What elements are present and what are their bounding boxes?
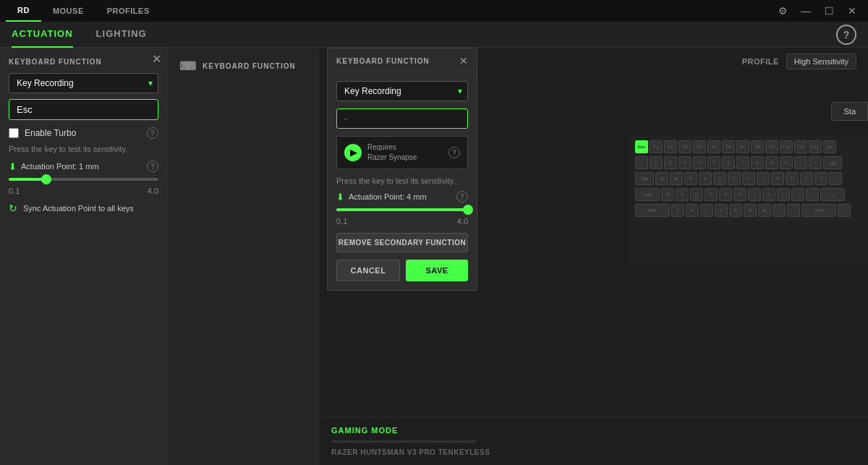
kb-key-8[interactable]: 8	[751, 156, 764, 169]
synapse-help-icon[interactable]: ?	[448, 147, 460, 158]
kb-key-n[interactable]: N	[744, 204, 757, 217]
kb-key-m[interactable]: M	[758, 204, 771, 217]
kb-key-i[interactable]: I	[757, 172, 770, 185]
kb-key-f12[interactable]: F12	[809, 140, 822, 153]
kb-key-backslash[interactable]: \	[829, 172, 842, 185]
kb-key-l[interactable]: L	[777, 188, 790, 201]
kb-key-o[interactable]: O	[771, 172, 784, 185]
kb-key-r[interactable]: R	[699, 172, 712, 185]
kb-key-backspace[interactable]: ⌫	[823, 156, 842, 169]
kb-key-w[interactable]: W	[670, 172, 683, 185]
minimize-button[interactable]: —	[796, 1, 816, 21]
kb-key-1[interactable]: 1	[650, 156, 663, 169]
kb-key-quote[interactable]: '	[806, 188, 819, 201]
left-panel-close[interactable]: ✕	[152, 54, 161, 65]
kb-key-tab[interactable]: Tab	[635, 172, 654, 185]
modal-actuation-help-icon[interactable]: ?	[456, 191, 468, 202]
kb-key-rbracket[interactable]: ]	[814, 172, 827, 185]
kb-key-j[interactable]: J	[748, 188, 761, 201]
tab-mouse[interactable]: MOUSE	[41, 0, 95, 22]
kb-key-f9[interactable]: F9	[765, 140, 778, 153]
kb-key-up[interactable]: ↑	[838, 204, 851, 217]
left-slider-labels: 0.1 4.0	[9, 187, 158, 195]
kb-key-comma[interactable]: ,	[773, 204, 786, 217]
kb-key-v[interactable]: V	[715, 204, 728, 217]
sta-button[interactable]: Sta	[831, 102, 868, 121]
kb-key-f[interactable]: F	[705, 188, 718, 201]
kb-key-equals[interactable]: =	[809, 156, 822, 169]
kb-key-f6[interactable]: F6	[722, 140, 735, 153]
left-function-dropdown[interactable]: Key Recording Macro Launch Program Multi…	[9, 73, 158, 93]
tab-profiles[interactable]: PROFILES	[95, 0, 161, 22]
kb-key-u[interactable]: U	[742, 172, 755, 185]
kb-key-z[interactable]: Z	[671, 204, 684, 217]
kb-key-a[interactable]: A	[661, 188, 674, 201]
nav-actuation[interactable]: ACTUATION	[12, 22, 73, 48]
middle-panel-header: ⌨ KEYBOARD FUNCTION	[179, 59, 308, 73]
kb-key-f5[interactable]: F5	[707, 140, 720, 153]
kb-key-del[interactable]: Del	[823, 140, 836, 153]
kb-key-c[interactable]: C	[700, 204, 713, 217]
kb-key-6[interactable]: 6	[722, 156, 735, 169]
modal-function-dropdown[interactable]: Key Recording Macro Launch Program Multi…	[336, 81, 468, 101]
kb-key-f8[interactable]: F8	[751, 140, 764, 153]
cancel-button[interactable]: CANCEL	[336, 260, 400, 281]
kb-key-5[interactable]: 5	[707, 156, 720, 169]
kb-key-esc[interactable]: Esc	[635, 140, 648, 153]
kb-key-7[interactable]: 7	[736, 156, 749, 169]
kb-key-f4[interactable]: F4	[693, 140, 706, 153]
left-key-input[interactable]	[9, 99, 158, 120]
kb-key-9[interactable]: 9	[765, 156, 778, 169]
kb-key-rshift[interactable]: Shift	[801, 204, 836, 217]
enable-turbo-checkbox[interactable]	[9, 128, 19, 138]
synapse-text: Requires Razer Synapse	[367, 142, 417, 163]
kb-key-enter[interactable]: ↵	[820, 188, 845, 201]
kb-key-e[interactable]: E	[684, 172, 697, 185]
left-slider-thumb[interactable]	[41, 174, 51, 184]
kb-key-s[interactable]: S	[676, 188, 689, 201]
kb-key-f2[interactable]: F2	[664, 140, 677, 153]
kb-key-p[interactable]: P	[786, 172, 799, 185]
kb-key-f10[interactable]: F10	[780, 140, 793, 153]
left-panel-title: KEYBOARD FUNCTION	[9, 58, 158, 66]
kb-key-period[interactable]: .	[787, 204, 800, 217]
kb-key-b[interactable]: B	[729, 204, 742, 217]
modal-slider-thumb[interactable]	[463, 205, 473, 215]
sync-row: ↻ Sync Actuation Point to all keys	[9, 202, 158, 214]
help-icon[interactable]: ?	[836, 25, 856, 45]
kb-key-caps[interactable]: Caps	[635, 188, 660, 201]
remove-secondary-button[interactable]: REMOVE SECONDARY FUNCTION	[336, 233, 468, 252]
settings-button[interactable]: ⚙	[773, 1, 793, 21]
kb-key-f11[interactable]: F11	[794, 140, 807, 153]
kb-key-semicolon[interactable]: ;	[791, 188, 804, 201]
modal-key-input[interactable]	[336, 108, 468, 129]
kb-key-f1[interactable]: F1	[650, 140, 663, 153]
kb-key-f7[interactable]: F7	[736, 140, 749, 153]
modal-close-button[interactable]: ✕	[459, 56, 468, 66]
kb-key-3[interactable]: 3	[678, 156, 692, 169]
kb-key-lbracket[interactable]: [	[800, 172, 813, 185]
kb-key-h[interactable]: H	[733, 188, 746, 201]
kb-key-0[interactable]: 0	[780, 156, 793, 169]
kb-key-x[interactable]: X	[686, 204, 699, 217]
kb-key-f3[interactable]: F3	[678, 140, 692, 153]
kb-key-t[interactable]: T	[713, 172, 726, 185]
kb-key-tilde[interactable]: ~	[635, 156, 648, 169]
save-button[interactable]: SAVE	[406, 260, 468, 281]
kb-key-y[interactable]: Y	[728, 172, 741, 185]
kb-key-4[interactable]: 4	[693, 156, 706, 169]
tab-rd[interactable]: RD	[6, 0, 41, 22]
kb-key-d[interactable]: D	[690, 188, 703, 201]
kb-key-lshift[interactable]: Shift	[635, 204, 670, 217]
left-actuation-help-icon[interactable]: ?	[147, 161, 158, 172]
turbo-help-icon[interactable]: ?	[147, 127, 158, 139]
kb-key-g[interactable]: G	[719, 188, 732, 201]
kb-key-2[interactable]: 2	[664, 156, 677, 169]
kb-key-minus[interactable]: -	[794, 156, 807, 169]
kb-key-q[interactable]: Q	[655, 172, 668, 185]
kb-key-k[interactable]: K	[762, 188, 775, 201]
close-button[interactable]: ✕	[842, 1, 862, 21]
device-name: RAZER HUNTSMAN V3 PRO TENKEYLESS	[331, 448, 856, 456]
maximize-button[interactable]: ☐	[819, 1, 839, 21]
nav-lighting[interactable]: LIGHTING	[96, 22, 147, 48]
